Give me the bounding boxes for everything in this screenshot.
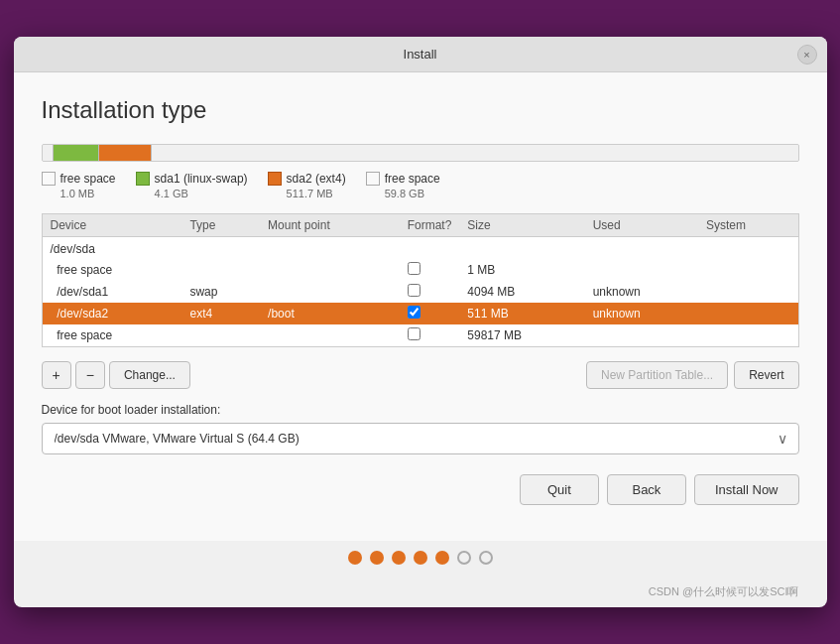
cell-size: 59817 MB xyxy=(459,324,584,347)
cell-device: free space xyxy=(42,259,181,281)
table-row[interactable]: free space 1 MB xyxy=(42,259,798,281)
progress-dot-3 xyxy=(392,551,406,565)
legend-box-ext4 xyxy=(268,172,282,186)
install-window: Install × Installation type free space 1… xyxy=(14,37,827,607)
bar-segment-free-end xyxy=(152,145,798,161)
cell-type: ext4 xyxy=(181,303,260,324)
quit-button[interactable]: Quit xyxy=(520,474,599,505)
cell-type xyxy=(181,259,260,281)
progress-dot-5 xyxy=(435,551,449,565)
cell-used: unknown xyxy=(585,303,698,324)
cell-used xyxy=(585,324,698,347)
col-mount: Mount point xyxy=(260,214,400,237)
col-size: Size xyxy=(459,214,584,237)
cell-format xyxy=(400,324,460,347)
cell-format xyxy=(400,281,460,303)
cell-type: swap xyxy=(181,281,260,303)
boot-device-select-wrapper: /dev/sda VMware, VMware Virtual S (64.4 … xyxy=(42,423,799,454)
partition-bar xyxy=(42,144,799,162)
device-group-sda: /dev/sda xyxy=(42,237,798,260)
cell-mount: /boot xyxy=(260,303,400,324)
progress-dot-6 xyxy=(457,551,471,565)
watermark: CSDN @什么时候可以发SCI啊 xyxy=(14,580,827,607)
legend-item-swap: sda1 (linux-swap) 4.1 GB xyxy=(136,172,248,199)
col-format: Format? xyxy=(400,214,460,237)
cell-system xyxy=(698,259,798,281)
toolbar-left: + − Change... xyxy=(42,361,190,389)
legend-label-free2: free space xyxy=(385,172,440,186)
col-device: Device xyxy=(42,214,181,237)
cell-format xyxy=(400,259,460,281)
cell-device: free space xyxy=(42,324,181,347)
close-button[interactable]: × xyxy=(797,45,817,64)
table-header-row: Device Type Mount point Format? Size Use… xyxy=(42,214,798,237)
legend-box-free1 xyxy=(42,172,56,186)
add-partition-button[interactable]: + xyxy=(42,361,71,389)
legend-box-free2 xyxy=(366,172,380,186)
new-partition-table-button[interactable]: New Partition Table... xyxy=(586,361,728,389)
cell-used xyxy=(585,259,698,281)
page-title: Installation type xyxy=(42,96,799,124)
format-checkbox-free1[interactable] xyxy=(408,262,420,275)
legend-size-swap: 4.1 GB xyxy=(155,188,248,199)
format-checkbox-free2[interactable] xyxy=(408,327,420,340)
legend-size-ext4: 511.7 MB xyxy=(287,188,346,199)
legend-box-swap xyxy=(136,172,150,186)
revert-button[interactable]: Revert xyxy=(734,361,798,389)
table-row[interactable]: /dev/sda1 swap 4094 MB unknown xyxy=(42,281,798,303)
boot-device-section: Device for boot loader installation: /de… xyxy=(42,403,799,454)
install-now-button[interactable]: Install Now xyxy=(694,474,799,505)
change-partition-button[interactable]: Change... xyxy=(109,361,190,389)
progress-dot-2 xyxy=(370,551,384,565)
cell-format xyxy=(400,303,460,324)
partition-table: Device Type Mount point Format? Size Use… xyxy=(42,213,799,347)
cell-device: /dev/sda1 xyxy=(42,281,181,303)
cell-used: unknown xyxy=(585,281,698,303)
cell-size: 511 MB xyxy=(459,303,584,324)
back-button[interactable]: Back xyxy=(607,474,686,505)
bar-segment-swap xyxy=(54,145,99,161)
progress-dot-1 xyxy=(348,551,362,565)
bottom-buttons: Quit Back Install Now xyxy=(42,474,799,505)
cell-size: 1 MB xyxy=(459,259,584,281)
legend-label-ext4: sda2 (ext4) xyxy=(287,172,346,186)
progress-dot-7 xyxy=(479,551,493,565)
legend-item-free2: free space 59.8 GB xyxy=(366,172,440,199)
col-type: Type xyxy=(181,214,260,237)
legend-item-free1: free space 1.0 MB xyxy=(42,172,116,199)
progress-dots xyxy=(14,541,827,580)
device-group-label: /dev/sda xyxy=(42,237,798,260)
format-checkbox-sda1[interactable] xyxy=(408,284,420,297)
legend-item-ext4: sda2 (ext4) 511.7 MB xyxy=(268,172,346,199)
legend-label-free1: free space xyxy=(60,172,116,186)
remove-partition-button[interactable]: − xyxy=(75,361,105,389)
format-checkbox-sda2[interactable] xyxy=(408,306,420,319)
toolbar-actions: + − Change... New Partition Table... Rev… xyxy=(42,361,799,389)
progress-dot-4 xyxy=(414,551,427,565)
boot-device-label: Device for boot loader installation: xyxy=(42,403,799,417)
cell-mount xyxy=(260,259,400,281)
window-title: Install xyxy=(404,47,437,62)
cell-system xyxy=(698,281,798,303)
bar-segment-free-start xyxy=(43,145,54,161)
col-used: Used xyxy=(585,214,698,237)
col-system: System xyxy=(698,214,798,237)
close-icon: × xyxy=(803,49,809,61)
cell-type xyxy=(181,324,260,347)
cell-mount xyxy=(260,281,400,303)
legend-size-free1: 1.0 MB xyxy=(60,188,116,199)
legend-size-free2: 59.8 GB xyxy=(385,188,440,199)
cell-size: 4094 MB xyxy=(459,281,584,303)
titlebar: Install × xyxy=(14,37,827,72)
boot-device-select[interactable]: /dev/sda VMware, VMware Virtual S (64.4 … xyxy=(42,423,799,454)
legend-label-swap: sda1 (linux-swap) xyxy=(155,172,248,186)
main-content: Installation type free space 1.0 MB sda1… xyxy=(14,72,827,541)
cell-device: /dev/sda2 xyxy=(42,303,181,324)
cell-system xyxy=(698,324,798,347)
bar-segment-ext4 xyxy=(99,145,152,161)
table-row-selected[interactable]: /dev/sda2 ext4 /boot 511 MB unknown xyxy=(42,303,798,324)
cell-system xyxy=(698,303,798,324)
cell-mount xyxy=(260,324,400,347)
legend: free space 1.0 MB sda1 (linux-swap) 4.1 … xyxy=(42,172,799,199)
table-row[interactable]: free space 59817 MB xyxy=(42,324,798,347)
